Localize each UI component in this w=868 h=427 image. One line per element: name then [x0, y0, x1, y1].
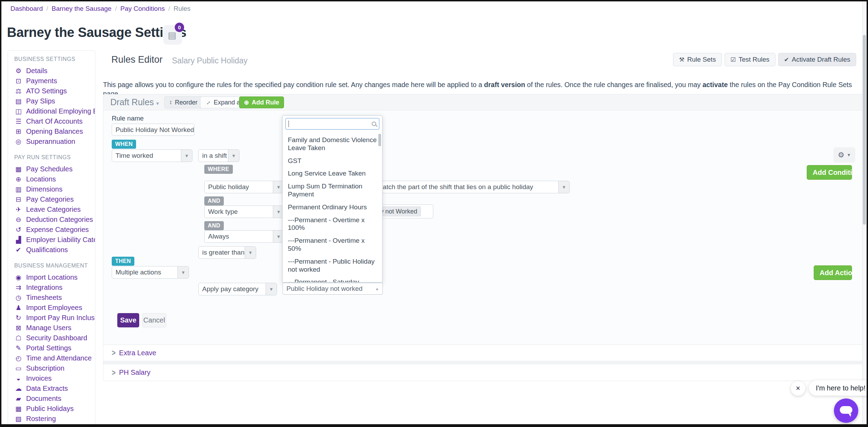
sidebar-item-ato-settings[interactable]: ⚖ATO Settings — [14, 86, 89, 96]
add-rule-button[interactable]: ⊕ Add Rule — [239, 96, 284, 108]
settings-sidebar: BUSINESS SETTINGS⚙Details⊡Payments⚖ATO S… — [8, 50, 95, 427]
sidebar-item-portal-settings[interactable]: ✎Portal Settings — [14, 343, 89, 353]
sidebar-item-integrations[interactable]: ⇉Integrations — [14, 282, 89, 293]
sidebar-item-chart-of-accounts[interactable]: ☰Chart Of Accounts — [14, 116, 89, 126]
sidebar-item-label: Invoices — [26, 374, 52, 382]
collapsed-rule-ph-salary[interactable]: > PH Salary — [103, 364, 863, 381]
sidebar-item-public-holidays[interactable]: ▦Public Holidays — [14, 404, 89, 414]
breadcrumb-barney-the-sausage[interactable]: Barney the Sausage — [52, 5, 111, 13]
close-icon: × — [796, 384, 800, 393]
sidebar-item-superannuation[interactable]: ◎Superannuation — [14, 137, 89, 147]
add-action-button[interactable]: Add Action — [814, 265, 852, 280]
chat-close-button[interactable]: × — [791, 381, 805, 396]
add-condition-button[interactable]: Add Condition — [807, 165, 852, 180]
dropdown-option-permanent-ordinary-hours[interactable]: Permanent Ordinary Hours — [283, 201, 377, 214]
comparator-select[interactable]: is greater than▼ — [198, 246, 256, 259]
breadcrumb-pay-conditions[interactable]: Pay Conditions — [120, 5, 165, 13]
sidebar-item-deduction-categories[interactable]: ⊖Deduction Categories — [14, 215, 89, 225]
sidebar-item-expense-categories[interactable]: ↺Expense Categories — [14, 225, 89, 235]
sidebar-item-invoices[interactable]: ◒Invoices — [14, 373, 89, 383]
search-icon — [372, 122, 376, 126]
reorder-icon: ↕ — [169, 99, 172, 106]
sidebar-item-opening-balances[interactable]: ⊞Opening Balances — [14, 126, 89, 137]
rule-name-input[interactable]: Public Holiday Not Worked - Salary — [112, 124, 195, 136]
sidebar-item-import-employees[interactable]: ♟Import Employees — [14, 303, 89, 313]
sidebar-item-details[interactable]: ⚙Details — [14, 66, 89, 76]
where-condition-select[interactable]: Public holiday▼ — [204, 181, 284, 193]
sidebar-item-data-extracts[interactable]: ☁Data Extracts — [14, 383, 89, 394]
sidebar-item-label: Import Pay Run Inclusions — [26, 314, 95, 322]
reorder-button[interactable]: ↕ Reorder — [164, 96, 203, 108]
dropdown-option-permanent-overtime-x-100[interactable]: ---Permanent - Overtime x 100% — [283, 214, 377, 235]
where-match-select[interactable]: Match the part of the shift that lies on… — [373, 181, 570, 193]
sidebar-item-label: Pay Schedules — [26, 165, 72, 173]
header-actions: ⚒ Rule Sets ☑ Test Rules ✔ Activate Draf… — [673, 53, 856, 66]
breadcrumb-separator: / — [168, 5, 170, 13]
sidebar-item-timesheets[interactable]: ◷Timesheets — [14, 293, 89, 303]
sidebar-item-security-dashboard[interactable]: ☖Security Dashboard — [14, 333, 89, 343]
rules-editor-subtitle: Salary Public Holiday — [172, 56, 247, 65]
chat-icon — [840, 406, 852, 414]
draft-rules-dropdown[interactable]: Draft Rules ▾ — [110, 97, 159, 107]
sidebar-item-dimensions[interactable]: ▥Dimensions — [14, 184, 89, 194]
bar-chart-icon: ▥ — [14, 185, 23, 193]
sidebar-item-leave-categories[interactable]: ✈Leave Categories — [14, 204, 89, 215]
minus-circle-icon: ⊖ — [14, 216, 23, 224]
sidebar-item-rostering[interactable]: ▧Rostering — [14, 414, 89, 424]
folder-open-icon: ▱ — [14, 425, 23, 427]
map-pin-icon: ◉ — [14, 273, 23, 281]
page-scrollbar-thumb[interactable] — [863, 35, 866, 225]
dropdown-scrollbar-thumb[interactable] — [378, 134, 381, 146]
text-cursor — [289, 121, 289, 127]
dropdown-option-long-service-leave-taken[interactable]: Long Service Leave Taken — [283, 167, 377, 180]
collapsed-rule-extra-leave[interactable]: > Extra Leave — [103, 344, 863, 361]
sidebar-item-pay-slips[interactable]: ▤Pay Slips — [14, 96, 89, 106]
breadcrumb-dashboard[interactable]: Dashboard — [10, 5, 43, 13]
dropdown-option-lump-sum-d-termination-payment[interactable]: Lump Sum D Termination Payment — [283, 180, 377, 201]
when-type-select[interactable]: Time worked▼ — [112, 149, 192, 162]
sidebar-item-time-and-attendance[interactable]: ◴Time and Attendance — [14, 353, 89, 363]
work-type-select[interactable]: Work type▼ — [204, 205, 284, 218]
rule-settings-menu[interactable]: ⚙ ▼ — [834, 147, 855, 163]
sidebar-item-locations[interactable]: ⊕Locations — [14, 174, 89, 184]
sidebar-item-subscription[interactable]: ▭Subscription — [14, 363, 89, 373]
sidebar-item-pay-categories[interactable]: ⊟Pay Categories — [14, 194, 89, 204]
sidebar-item-employer-liability-categories[interactable]: ▟Employer Liability Categories — [14, 235, 89, 245]
test-rules-button[interactable]: ☑ Test Rules — [725, 53, 775, 66]
sidebar-item-additional-employing-entities[interactable]: ◫Additional Employing Entities — [14, 106, 89, 116]
sidebar-item-import-locations[interactable]: ◉Import Locations — [14, 272, 89, 282]
when-scope-select[interactable]: in a shift▼ — [198, 149, 239, 162]
chevron-up-icon: ▲ — [375, 287, 379, 291]
plus-circle-icon: ⊕ — [244, 99, 249, 106]
chevron-right-icon: > — [112, 348, 116, 358]
save-button[interactable]: Save — [117, 313, 139, 327]
sidebar-item-payments[interactable]: ⊡Payments — [14, 76, 89, 86]
list-icon: ☰ — [14, 117, 23, 125]
sidebar-item-manage-users[interactable]: ⊠Manage Users — [14, 323, 89, 333]
notes-button[interactable]: ▤ 0 — [163, 25, 182, 45]
dropdown-option-permanent-overtime-x-50[interactable]: ---Permanent - Overtime x 50% — [283, 234, 377, 255]
dropdown-option-gst[interactable]: GST — [283, 155, 377, 168]
cancel-button[interactable]: Cancel — [142, 313, 166, 327]
sidebar-item-label: Details — [26, 67, 47, 75]
dropdown-option-family-and-domestic-violence-leave-taken[interactable]: Family and Domestic Violence Leave Taken — [283, 134, 377, 155]
rule-name-label: Rule name — [112, 115, 144, 122]
rule-sets-button[interactable]: ⚒ Rule Sets — [673, 53, 722, 66]
sidebar-section-business-management: BUSINESS MANAGEMENT — [14, 263, 89, 269]
dropdown-option-permanent-public-holiday-not-worked[interactable]: ---Permanent - Public Holiday not worked — [283, 255, 377, 276]
activate-draft-rules-button[interactable]: ✔ Activate Draft Rules — [778, 53, 856, 66]
sidebar-item-documents[interactable]: ▰Documents — [14, 394, 89, 404]
dropdown-option-permanent-saturday[interactable]: ---Permanent - Saturday — [283, 276, 377, 282]
dollar-refresh-icon: ↺ — [14, 226, 23, 234]
then-action-select[interactable]: Multiple actions▼ — [112, 266, 189, 279]
sidebar-item-import-pay-run-inclusions[interactable]: ↻Import Pay Run Inclusions — [14, 313, 89, 323]
sidebar-item-qualifications[interactable]: ✔Qualifications — [14, 245, 89, 255]
refresh-icon: ↻ — [14, 314, 23, 322]
always-select[interactable]: Always▼ — [204, 230, 284, 243]
chat-launcher-button[interactable] — [834, 398, 858, 423]
sidebar-item-report-packs[interactable]: ▱Report Packs — [14, 424, 89, 427]
pay-category-select[interactable]: Public Holiday not worked ▲ — [283, 283, 383, 295]
sidebar-item-pay-schedules[interactable]: ▦Pay Schedules — [14, 164, 89, 174]
dropdown-search-input[interactable] — [285, 118, 379, 130]
action-type-select[interactable]: Apply pay category▼ — [198, 283, 277, 295]
